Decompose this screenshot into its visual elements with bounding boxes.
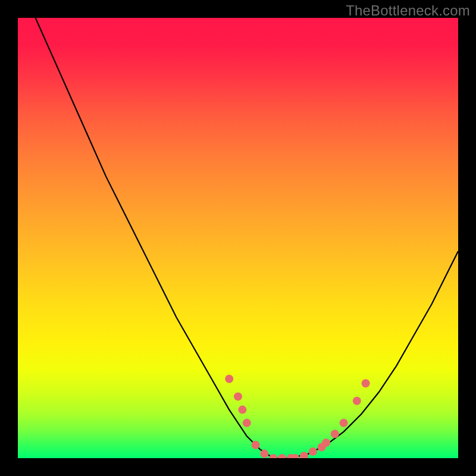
- emphasis-dot: [252, 441, 260, 449]
- emphasis-dots-group: [225, 375, 369, 458]
- emphasis-dot: [300, 452, 308, 458]
- emphasis-dot: [340, 419, 348, 427]
- emphasis-dot: [353, 397, 361, 405]
- emphasis-dot: [269, 454, 277, 458]
- emphasis-dot: [362, 379, 370, 387]
- emphasis-dot: [234, 392, 242, 400]
- emphasis-dot: [331, 430, 339, 438]
- emphasis-dot: [238, 406, 246, 414]
- curve-line: [18, 18, 458, 458]
- plot-area: [18, 18, 458, 458]
- curve-svg: [18, 18, 458, 458]
- emphasis-dot: [243, 419, 251, 427]
- bottleneck-curve-path: [18, 18, 458, 458]
- emphasis-dot: [322, 439, 330, 447]
- emphasis-dot: [225, 375, 233, 383]
- watermark-text: TheBottleneck.com: [346, 2, 470, 19]
- emphasis-dot: [309, 447, 317, 456]
- chart-frame: TheBottleneck.com: [0, 0, 476, 476]
- emphasis-dot: [278, 454, 286, 458]
- emphasis-dot: [260, 450, 268, 458]
